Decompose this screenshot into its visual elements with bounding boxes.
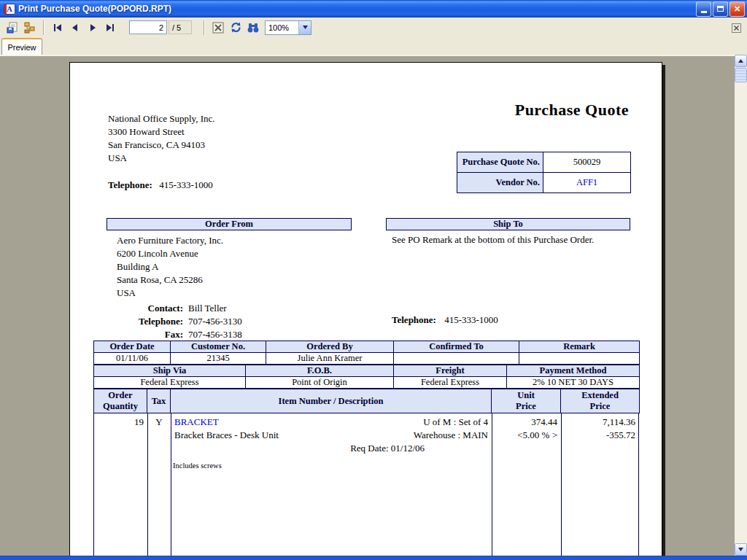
vendor-no-link[interactable]: AFF1 bbox=[543, 173, 631, 193]
vendor-building: Building A bbox=[117, 260, 223, 273]
app-window: A Print Purchase Quote(POPORD.RPT) ✕ bbox=[0, 0, 747, 560]
zoom-value: 100% bbox=[266, 23, 298, 32]
order-info-table: Order Date Customer No. Ordered By Confi… bbox=[93, 341, 639, 365]
close-preview-button[interactable] bbox=[730, 22, 743, 34]
page-number-input[interactable] bbox=[129, 20, 167, 34]
stop-loading-button[interactable] bbox=[209, 19, 227, 36]
item-description-header: Item Number / Description bbox=[171, 389, 492, 413]
ship-to-header: Ship To bbox=[386, 218, 630, 230]
extended-price-header: ExtendedPrice bbox=[561, 389, 640, 413]
group-tree-icon bbox=[23, 21, 36, 34]
close-view-icon bbox=[732, 23, 741, 33]
fob-header: F.O.B. bbox=[246, 365, 394, 377]
item-req-date: Req Date: 01/12/06 bbox=[174, 442, 425, 455]
scroll-down-button[interactable] bbox=[735, 543, 747, 556]
search-binoculars-icon bbox=[247, 23, 260, 33]
tab-preview-label: Preview bbox=[7, 43, 36, 52]
company-city: San Francisco, CA 94103 bbox=[108, 139, 215, 152]
vertical-scrollbar[interactable] bbox=[735, 55, 747, 556]
zoom-combobox[interactable]: 100% bbox=[265, 20, 311, 35]
item-line2: Bracket Braces - Desk Unit Warehouse : M… bbox=[174, 429, 488, 442]
restore-icon bbox=[717, 6, 724, 12]
zoom-dropdown-button[interactable] bbox=[298, 21, 311, 34]
chevron-down-icon bbox=[303, 26, 308, 29]
stop-icon bbox=[212, 22, 224, 34]
minimize-button[interactable] bbox=[696, 1, 711, 17]
item-comment: Includes screws bbox=[173, 459, 222, 472]
vendor-street: 6200 Lincoln Avenue bbox=[117, 247, 223, 260]
last-page-icon bbox=[106, 24, 115, 31]
company-phone-label: Telephone: bbox=[108, 179, 152, 190]
prev-page-button[interactable] bbox=[66, 19, 84, 36]
item-number-link[interactable]: BRACKET bbox=[174, 416, 219, 429]
item-warehouse: Warehouse : MAIN bbox=[414, 429, 488, 442]
window-bottom-border bbox=[0, 556, 747, 560]
items-body: 19 Y BRACKET U of M : Set of 4 Bracket B… bbox=[93, 413, 639, 560]
order-date-value: 01/11/06 bbox=[94, 353, 171, 365]
ship-via-value: Federal Express bbox=[94, 377, 246, 389]
freight-header: Freight bbox=[394, 365, 507, 377]
next-page-icon bbox=[89, 24, 96, 31]
vendor-name: Aero Furniture Factory, Inc. bbox=[117, 234, 223, 247]
ordered-by-header: Ordered By bbox=[266, 341, 394, 353]
scroll-up-button[interactable] bbox=[735, 55, 747, 67]
payment-method-header: Payment Method bbox=[507, 365, 640, 377]
export-button[interactable] bbox=[4, 19, 21, 36]
item-uom: U of M : Set of 4 bbox=[423, 416, 488, 429]
minimize-icon bbox=[701, 11, 707, 13]
vendor-phone-label: Telephone: bbox=[81, 315, 183, 328]
vendor-no-label: Vendor No. bbox=[457, 173, 543, 193]
report-toolbar: / 5 bbox=[0, 18, 747, 37]
item-line1: BRACKET U of M : Set of 4 bbox=[174, 416, 488, 429]
item-description: Bracket Braces - Desk Unit bbox=[174, 429, 279, 442]
scroll-down-icon bbox=[738, 548, 743, 551]
company-name: National Office Supply, Inc. bbox=[108, 112, 215, 125]
close-icon: ✕ bbox=[734, 4, 740, 14]
remark-value bbox=[519, 353, 640, 365]
remark-header: Remark bbox=[519, 341, 640, 353]
preview-pane: National Office Supply, Inc. 3300 Howard… bbox=[0, 55, 747, 560]
group-tree-button[interactable] bbox=[21, 19, 39, 36]
company-address: National Office Supply, Inc. 3300 Howard… bbox=[108, 112, 215, 165]
refresh-icon bbox=[230, 21, 242, 34]
order-from-header: Order From bbox=[107, 218, 352, 230]
app-logo-icon: A bbox=[4, 4, 15, 15]
company-phone-row: Telephone: 415-333-1000 bbox=[108, 179, 213, 191]
titlebar: A Print Purchase Quote(POPORD.RPT) ✕ bbox=[0, 0, 747, 18]
tab-preview[interactable]: Preview bbox=[1, 38, 42, 55]
freight-value: Federal Express bbox=[394, 377, 507, 389]
confirmed-to-value bbox=[394, 353, 519, 365]
first-page-button[interactable] bbox=[49, 19, 66, 36]
prev-page-icon bbox=[71, 24, 79, 31]
report-title: Purchase Quote bbox=[515, 101, 629, 120]
ordered-by-value: Julie Ann Kramer bbox=[266, 353, 394, 365]
column-divider bbox=[147, 413, 148, 560]
ship-to-phone-label: Telephone: bbox=[392, 314, 436, 325]
search-button[interactable] bbox=[244, 19, 262, 36]
page-total-label: / 5 bbox=[169, 20, 192, 34]
first-page-icon bbox=[53, 24, 62, 31]
tax-header: Tax bbox=[147, 389, 171, 413]
company-country: USA bbox=[108, 152, 215, 165]
ship-info-table: Ship Via F.O.B. Freight Payment Method F… bbox=[93, 365, 639, 389]
ship-via-header: Ship Via bbox=[94, 365, 246, 377]
tab-strip: Preview bbox=[0, 37, 747, 55]
export-icon bbox=[6, 21, 19, 34]
order-quantity-header: OrderQuantity bbox=[94, 389, 147, 413]
next-page-button[interactable] bbox=[84, 19, 101, 36]
ship-to-phone-row: Telephone: 415-333-1000 bbox=[392, 314, 498, 326]
unit-price-header: UnitPrice bbox=[492, 389, 561, 413]
close-button[interactable]: ✕ bbox=[729, 1, 745, 17]
vendor-fax-value: 707-456-3138 bbox=[183, 328, 344, 341]
scrollbar-thumb[interactable] bbox=[735, 68, 747, 82]
last-page-button[interactable] bbox=[101, 19, 119, 36]
contact-value: Bill Teller bbox=[183, 302, 344, 315]
refresh-button[interactable] bbox=[227, 19, 244, 36]
items-header-table: OrderQuantity Tax Item Number / Descript… bbox=[93, 389, 639, 413]
customer-no-header: Customer No. bbox=[171, 341, 266, 353]
report-page: National Office Supply, Inc. 3300 Howard… bbox=[69, 62, 662, 560]
window-title: Print Purchase Quote(POPORD.RPT) bbox=[18, 4, 696, 14]
restore-button[interactable] bbox=[713, 1, 728, 17]
vendor-country: USA bbox=[117, 287, 223, 300]
scroll-up-icon bbox=[738, 59, 743, 63]
